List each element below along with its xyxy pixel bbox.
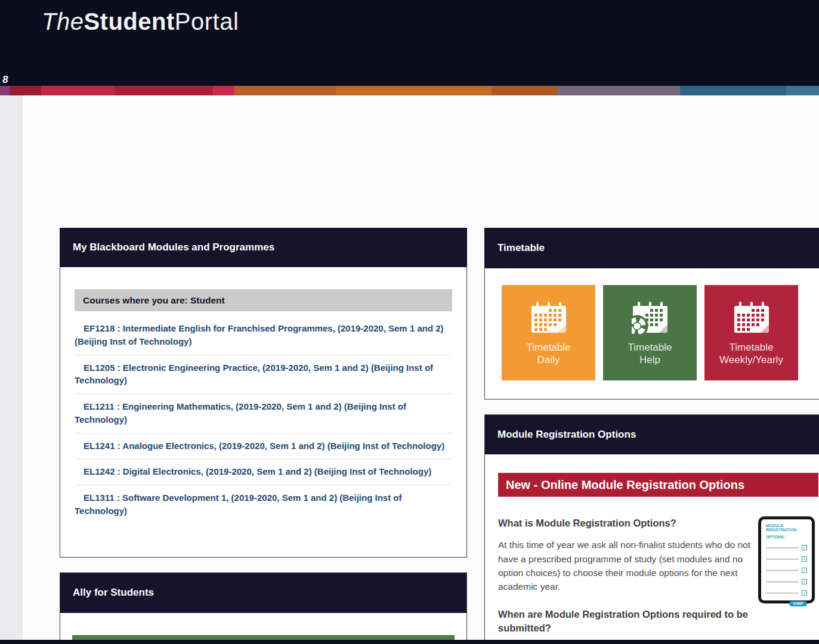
timetable-tile-row: Timetable Daily [485,268,819,380]
module-registration-clipboard-icon: MODULE REGISTRATION OPTIONS: SUBMIT [758,516,815,603]
logo-the: The [42,8,84,35]
tile-label: Timetable Weekly/Yearly [704,341,798,367]
bottom-edge-bar [0,640,819,644]
course-link[interactable]: EL1205 : Electronic Engineering Practice… [75,355,452,395]
clipboard-row [766,568,807,573]
stripe-overlay-glyph: 8 [2,74,8,86]
checkbox-icon [802,579,807,584]
logo-portal: Portal [175,8,239,35]
timetable-help-tile[interactable]: Timetable Help [603,285,697,380]
clipboard-row [766,556,807,562]
course-link[interactable]: EL1242 : Digital Electronics, (2019-2020… [75,459,452,485]
checkbox-icon [802,590,807,596]
checkbox-icon [802,556,807,562]
module-registration-panel-title: Module Registration Options [484,414,819,454]
timetable-weekly-yearly-tile[interactable]: Timetable Weekly/Yearly [704,285,798,380]
clipboard-submit-pill: SUBMIT [789,601,807,606]
checkbox-icon [802,568,807,573]
clipboard-heading: MODULE REGISTRATION [766,524,807,532]
ally-panel: Ally for Students Blackboard Ally Ally i… [60,572,467,644]
tile-label: Timetable Help [603,341,697,367]
module-registration-body: New - Online Module Registration Options… [485,454,819,644]
new-online-module-registration-banner: New - Online Module Registration Options [498,473,818,497]
modules-panel-title: My Blackboard Modules and Programmes [60,228,467,267]
clipboard-row [766,545,807,550]
checkbox-icon [802,545,807,550]
course-link[interactable]: EF1218 : Intermediate English for Franch… [75,316,452,355]
course-link[interactable]: EL1311 : Software Development 1, (2019-2… [75,485,452,524]
timetable-daily-tile[interactable]: Timetable Daily [502,285,595,380]
clipboard-subheading: OPTIONS: [766,535,807,539]
clipboard-row [766,590,807,596]
calendar-icon [733,302,770,334]
clipboard-row [766,579,807,584]
course-list: EF1218 : Intermediate English for Franch… [75,316,452,524]
calendar-help-icon [632,302,669,334]
calendar-icon [530,302,567,334]
masthead: TheStudentPortal [0,0,819,86]
content-area: My Blackboard Modules and Programmes Cou… [21,95,819,644]
brand-color-stripe [0,86,819,95]
courses-filter-label: Courses where you are: Student [75,289,452,311]
ally-panel-title: Ally for Students [60,572,467,613]
section-heading: When are Module Registration Options req… [498,608,787,634]
course-link[interactable]: EL1211 : Engineering Mathematics, (2019-… [75,394,452,434]
timetable-panel-title: Timetable [484,228,819,268]
tile-label: Timetable Daily [502,341,595,367]
timetable-panel: Timetable [484,228,819,400]
module-registration-panel: Module Registration Options New - Online… [484,414,819,644]
logo-student: Student [84,8,174,35]
section-paragraph: At this time of year we ask all non-fina… [498,538,758,593]
course-link[interactable]: EL1241 : Analogue Electronics, (2019-202… [75,434,452,460]
modules-panel: My Blackboard Modules and Programmes Cou… [60,228,467,558]
portal-logo: TheStudentPortal [42,8,239,35]
